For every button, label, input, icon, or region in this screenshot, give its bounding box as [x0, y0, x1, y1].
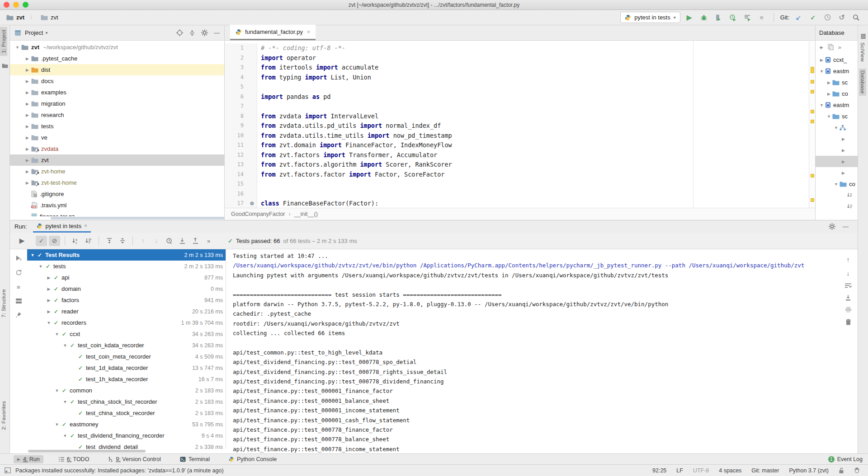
project-tree-item[interactable]: finance.tar.gz [10, 211, 224, 216]
indent-setting[interactable]: 4 spaces [719, 467, 741, 474]
project-tree-item[interactable]: ▶examples [10, 87, 224, 98]
error-stripe-mark[interactable] [811, 120, 814, 123]
locate-file-button[interactable] [176, 29, 183, 36]
toolwindow-run[interactable]: ▶ 4: Run [14, 455, 43, 463]
toggle-auto-test-button[interactable] [15, 269, 22, 276]
test-tree-item[interactable]: ▶✓api877 ms [27, 272, 226, 283]
database-tree-item[interactable]: ▶sc [816, 77, 858, 88]
tool-stripe-project-tab[interactable]: 1: Project [0, 27, 7, 56]
stop-icon[interactable]: ■ [17, 284, 20, 290]
settings-gear-icon[interactable] [829, 223, 835, 230]
status-message[interactable]: Packages installed successfully: Install… [15, 467, 224, 474]
test-tree-item[interactable]: ✓test_dividend_detail2 s 338 ms [27, 441, 226, 449]
toolwindow-todo[interactable]: 6: TODO [55, 455, 93, 463]
run-with-coverage-button[interactable] [713, 12, 724, 23]
test-tree-item[interactable]: ▼✓test_coin_kdata_recorder34 s 263 ms [27, 340, 226, 351]
test-tree-item[interactable]: ▼✓Test Results2 m 2 s 133 ms [27, 249, 226, 261]
event-log-button[interactable]: 1 Event Log [828, 456, 863, 462]
test-tree-item[interactable]: ▼✓ccxt34 s 263 ms [27, 328, 226, 340]
previous-failed-test-button[interactable]: ↑ [137, 236, 149, 246]
close-tab-icon[interactable]: × [84, 223, 87, 229]
search-everywhere-button[interactable] [851, 12, 862, 23]
run-button[interactable]: ▶ [684, 12, 695, 23]
error-stripe-mark[interactable] [811, 174, 814, 177]
tool-stripe-favorites-tab[interactable]: 2: Favorites [0, 398, 7, 433]
lock-icon[interactable] [839, 467, 844, 474]
more-actions-icon[interactable]: » [838, 44, 841, 51]
git-rollback-button[interactable]: ↺ [836, 12, 847, 23]
project-tree-item[interactable]: .gitignore [10, 188, 224, 200]
export-test-results-button[interactable] [190, 236, 201, 246]
error-stripe-mark[interactable] [811, 110, 814, 113]
run-configuration-select[interactable]: pytest in tests ▾ [620, 12, 680, 23]
test-tree-horizontal-scrollbar[interactable] [28, 450, 146, 453]
sort-alphabetically-button[interactable]: az [70, 236, 81, 246]
project-panel-title[interactable]: Project [25, 29, 43, 36]
hector-inspection-icon[interactable] [854, 467, 860, 474]
file-encoding[interactable]: UTF-8 [693, 467, 709, 474]
git-branch[interactable]: Git: master [751, 467, 779, 474]
collapse-all-button[interactable] [117, 236, 128, 246]
database-tree-item[interactable] [816, 201, 858, 212]
test-tree-item[interactable]: ▼✓eastmoney53 s 795 ms [27, 419, 226, 430]
tool-stripe-database-tab[interactable]: Database [859, 69, 866, 96]
show-passed-toggle[interactable]: ✓ [36, 236, 47, 246]
editor-error-stripe[interactable] [809, 41, 815, 208]
toolwindow-terminal[interactable]: Terminal [176, 455, 213, 463]
test-tree-item[interactable]: ✓test_1d_kdata_recorder13 s 747 ms [27, 362, 226, 373]
tool-stripe-structure-tab[interactable]: 7: Structure [0, 286, 7, 320]
run-gutter-icon[interactable] [247, 199, 257, 208]
project-tree-item[interactable]: ▶zvt [10, 154, 224, 166]
database-tree-item[interactable]: ▼co [816, 178, 858, 190]
test-tree-item[interactable]: ✓test_china_stock_recorder2 s 183 ms [27, 407, 226, 419]
expand-all-button[interactable] [104, 236, 115, 246]
database-tree-item[interactable]: ▶ [816, 156, 858, 167]
test-console-output[interactable]: Testing started at 10:47 .../Users/xuanq… [228, 249, 839, 453]
error-stripe-mark[interactable] [811, 80, 814, 84]
database-tree-item[interactable]: ▼ [816, 122, 858, 133]
breadcrumb-method[interactable]: __init__() [294, 211, 318, 217]
editor-tab-fundamental-factor[interactable]: fundamental_factor.py × [230, 25, 316, 40]
test-tree-item[interactable]: ✓test_1h_kdata_recorder16 s 7 ms [27, 373, 226, 385]
scroll-to-end-button[interactable] [845, 294, 851, 301]
toolwindow-version-control[interactable]: 9: Version Control [104, 455, 164, 463]
restore-layout-button[interactable] [15, 298, 22, 304]
toolwindow-switcher-icon[interactable] [5, 467, 11, 473]
database-tree-item[interactable]: ▶ccxt_ [816, 54, 858, 65]
project-horizontal-scrollbar[interactable] [51, 217, 231, 219]
project-tree-item[interactable]: ▶.pytest_cache [10, 53, 224, 64]
database-tree-item[interactable]: ▼sc [816, 111, 858, 122]
project-tree-item[interactable]: ▶docs [10, 75, 224, 87]
run-dashboard-button[interactable] [742, 12, 753, 23]
python-interpreter[interactable]: Python 3.7 (zvt) [789, 467, 829, 474]
grid-icon[interactable] [860, 33, 866, 39]
settings-gear-icon[interactable] [201, 29, 208, 36]
project-tree-item[interactable]: ▶zvt-test-home [10, 177, 224, 188]
close-tab-icon[interactable]: × [307, 29, 310, 35]
test-tree-item[interactable]: ▼✓test_dividend_financing_recorder9 s 4 … [27, 430, 226, 441]
print-button[interactable] [845, 307, 852, 313]
git-commit-button[interactable]: ✓ [807, 12, 818, 23]
project-tree-item[interactable]: ▼zvt~/workspace/github/zvtvz/zvt [10, 42, 224, 53]
project-tree-item[interactable]: ▶tests [10, 121, 224, 132]
run-tab-pytest[interactable]: pytest in tests × [33, 220, 91, 233]
collapse-all-button[interactable] [189, 30, 195, 36]
project-tree-item[interactable]: ▶research [10, 109, 224, 121]
profiler-button[interactable] [727, 12, 738, 23]
caret-position[interactable]: 92:25 [652, 467, 666, 474]
scroll-down-icon[interactable]: ↓ [846, 269, 850, 277]
test-tree-item[interactable]: ▼✓common2 s 183 ms [27, 385, 226, 396]
error-stripe-mark[interactable] [811, 90, 814, 93]
test-tree-item[interactable]: ▼✓test_china_stock_list_recorder2 s 183 … [27, 396, 226, 407]
line-separator[interactable]: LF [676, 467, 683, 474]
code-area[interactable]: 1# -*- coding: utf-8 -*-2import operator… [225, 41, 809, 208]
database-tree-item[interactable] [816, 190, 858, 201]
test-tree-item[interactable]: ▶✓reader20 s 216 ms [27, 306, 226, 317]
pin-tab-button[interactable] [15, 312, 22, 318]
tool-stripe-sciview-tab[interactable]: SciView [859, 41, 866, 64]
hide-panel-button[interactable]: — [214, 29, 220, 36]
test-tree-item[interactable]: ✓test_coin_meta_recorder4 s 509 ms [27, 351, 226, 362]
test-history-button[interactable] [164, 236, 175, 246]
database-tree-item[interactable]: ▶ [816, 167, 858, 178]
sort-by-duration-button[interactable] [83, 236, 94, 246]
